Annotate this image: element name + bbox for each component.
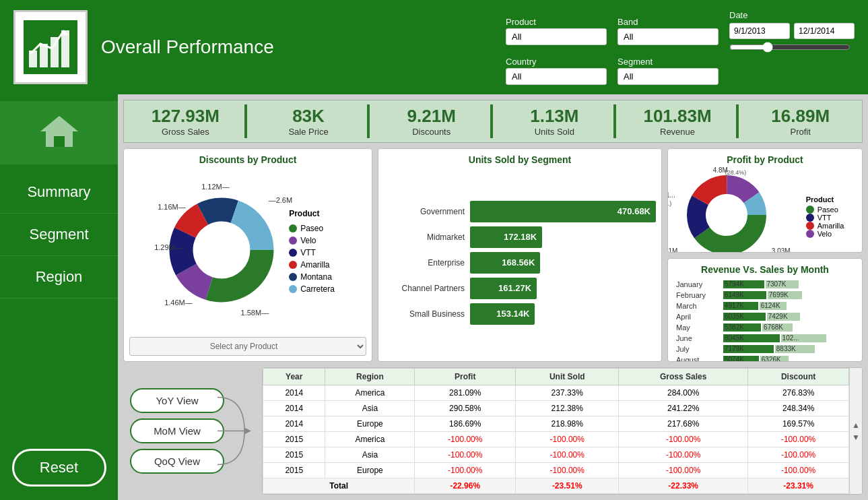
cell-region-4: Asia: [325, 447, 415, 463]
donut-label-4: 1.46M—: [164, 299, 193, 307]
revenue-row-2: March 4917K 6124K: [673, 301, 857, 311]
footer-units: -23.51%: [516, 478, 619, 494]
table-header-3: Unit Sold: [516, 369, 619, 385]
sidebar-item-region[interactable]: Region: [0, 256, 118, 299]
profit-legend-amarilla: Amarilla: [806, 222, 844, 230]
bar-label-2: Enterprise: [384, 258, 465, 268]
profit-donut-area: 4.8M (28.4%) 3.03M (17.9...) 2.81M (16.6…: [673, 169, 857, 253]
segment-select-wrapper: All: [617, 68, 719, 85]
scroll-arrows: ▲ ▼: [849, 368, 862, 494]
header-title: Overall Performance: [101, 36, 506, 58]
cell-gross-3: -100.00%: [619, 432, 748, 447]
cell-discount-5: -100.00%: [748, 463, 849, 478]
product-select[interactable]: All: [506, 28, 607, 45]
cell-units-0: 237.33%: [516, 385, 619, 401]
bottom-row: YoY View MoM View QoQ View YearRegionPro…: [123, 367, 863, 495]
legend-amarilla: Amarilla: [289, 260, 335, 270]
date-end-input[interactable]: [794, 23, 855, 39]
footer-profit: -22.96%: [415, 478, 516, 494]
segment-select[interactable]: All: [617, 68, 719, 85]
rev-bar1-7: 5074K: [723, 356, 759, 363]
sidebar-item-summary[interactable]: Summary: [0, 171, 118, 214]
svg-marker-21: [244, 427, 251, 434]
cell-region-3: America: [325, 432, 415, 447]
bar-row-4: Small Business 153.14K: [384, 303, 656, 325]
product-donut-select[interactable]: Select any Product: [129, 337, 366, 356]
revenue-row-6: July 7179K 8833K: [673, 344, 857, 354]
discounts-title: Discounts by Product: [129, 154, 366, 165]
donut-label-2: 1.16M—: [158, 203, 186, 211]
bar-track-2: 168.56K: [470, 252, 540, 274]
donut-container: 1.12M— 1.16M— 1.29M— 1.46M— 1.58M— —2.6M: [161, 189, 282, 313]
rev-bars-1: 6149K 7699K: [721, 290, 857, 301]
paseo-dot: [289, 224, 297, 232]
profit-legend-title: Product: [806, 195, 844, 204]
footer-gross: -22.33%: [619, 478, 748, 494]
content-area: 127.93MGross Sales83KSale Price9.21MDisc…: [118, 94, 868, 500]
mom-view-button[interactable]: MoM View: [130, 418, 224, 443]
rev-bar1-0: 5794K: [723, 280, 764, 288]
rev-month-1: February: [673, 290, 721, 301]
p-paseo-dot: [806, 206, 814, 214]
cell-discount-1: 248.34%: [748, 401, 849, 416]
rev-bars-3: 6035K 7429K: [721, 311, 857, 322]
rev-bar2-5: 102...: [781, 334, 827, 342]
rev-bar2-3: 7429K: [767, 313, 800, 321]
charts-row: Discounts by Product 1.12M— 1.16M— 1.29M…: [123, 148, 863, 362]
cell-profit-4: -100.00%: [415, 447, 516, 463]
reset-button[interactable]: Reset: [12, 449, 106, 487]
kpi-item-0: 127.93MGross Sales: [124, 100, 247, 142]
table-header-5: Discount: [748, 369, 849, 385]
profit-label-3: 2.81M: [667, 247, 677, 253]
rev-bars-4: 5382K 6768K: [721, 322, 857, 333]
revenue-title: Revenue Vs. Sales by Month: [673, 264, 857, 275]
sidebar: Summary Segment Region Reset: [0, 94, 118, 500]
table-scroll[interactable]: YearRegionProfitUnit SoldGross SalesDisc…: [263, 368, 849, 494]
scroll-down-btn[interactable]: ▼: [852, 433, 860, 442]
yoy-view-button[interactable]: YoY View: [130, 388, 224, 413]
kpi-value-5: 16.89M: [741, 106, 859, 127]
logo-icon: [24, 20, 77, 74]
kpi-label-3: Units Sold: [496, 127, 613, 137]
table-row: 2014 Asia 290.58% 212.38% 241.22% 248.34…: [263, 401, 849, 416]
rev-month-7: August: [673, 354, 721, 363]
legend-vtt: VTT: [289, 248, 335, 257]
date-label: Date: [729, 10, 855, 20]
profit-label-4b: (1...): [667, 200, 671, 207]
country-select[interactable]: All: [506, 68, 607, 85]
profit-donut-container: 4.8M (28.4%) 3.03M (17.9...) 2.81M (16.6…: [686, 175, 767, 253]
cell-profit-3: -100.00%: [415, 432, 516, 447]
cell-year-3: 2015: [263, 432, 325, 447]
cell-discount-2: 169.57%: [748, 416, 849, 432]
view-buttons: YoY View MoM View QoQ View: [123, 367, 231, 495]
rev-bars-6: 7179K 8833K: [721, 344, 857, 354]
units-bar-list: Government 470.68K Midmarket 172.18K Ent…: [384, 169, 656, 356]
profit-card: Profit by Product 4.8M (28.4%) 3.03M (17…: [667, 148, 863, 253]
cell-year-1: 2014: [263, 401, 325, 416]
band-select[interactable]: All: [617, 28, 719, 45]
discounts-donut-area: 1.12M— 1.16M— 1.29M— 1.46M— 1.58M— —2.6M: [129, 169, 366, 333]
donut-label-1: 1.12M—: [201, 183, 230, 191]
date-range-slider[interactable]: [729, 42, 850, 53]
rev-bar2-4: 6768K: [762, 323, 793, 332]
montana-dot: [289, 273, 297, 281]
legend-velo: Velo: [289, 236, 335, 245]
sidebar-item-segment[interactable]: Segment: [0, 214, 118, 256]
kpi-item-3: 1.13MUnits Sold: [493, 100, 616, 142]
kpi-label-5: Profit: [741, 127, 859, 137]
table-header-2: Profit: [415, 369, 516, 385]
cell-profit-5: -100.00%: [415, 463, 516, 478]
legend-carretera: Carretera: [289, 284, 335, 294]
cell-discount-0: 276.83%: [748, 385, 849, 401]
scroll-up-btn[interactable]: ▲: [852, 420, 860, 430]
product-label: Product: [506, 17, 607, 27]
footer-total-label: Total: [263, 478, 415, 494]
date-start-input[interactable]: [729, 23, 790, 39]
donut-label-3: 1.29M—: [154, 243, 182, 251]
rev-bar1-6: 7179K: [723, 345, 774, 353]
discounts-card: Discounts by Product 1.12M— 1.16M— 1.29M…: [123, 148, 372, 362]
sidebar-home[interactable]: [0, 101, 118, 164]
rev-bar2-7: 6326K: [760, 356, 789, 363]
qoq-view-button[interactable]: QoQ View: [130, 449, 224, 474]
cell-gross-1: 241.22%: [619, 401, 748, 416]
